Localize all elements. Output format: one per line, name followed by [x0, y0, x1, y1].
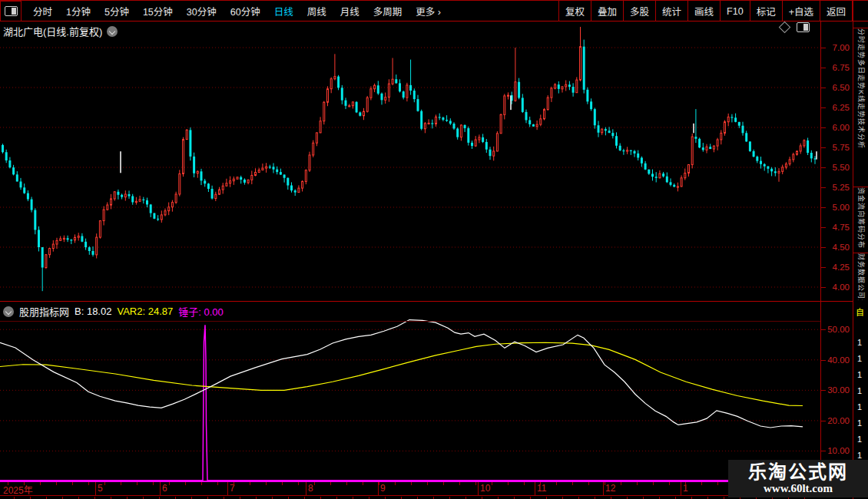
period-tab-多周期[interactable]: 多周期 — [366, 4, 409, 18]
strip-list-item[interactable]: 1 — [857, 418, 862, 428]
price-label-5.00: 5.00 — [833, 202, 850, 213]
strip-section-2[interactable]: 财务数据公司资讯 — [853, 253, 868, 300]
minor-tick — [395, 482, 396, 485]
minor-tick — [330, 482, 331, 485]
minor-tick — [701, 482, 702, 485]
period-tab-5分钟[interactable]: 5分钟 — [98, 4, 136, 18]
month-label-8: 8 — [308, 483, 313, 494]
minor-tick — [572, 482, 573, 485]
indicator-chevron-down-icon[interactable] — [3, 306, 14, 317]
top-toolbar: 分时1分钟5分钟15分钟30分钟60分钟日线周线月线多周期更多 › 复权叠加多股… — [0, 0, 868, 21]
period-tab-15分钟[interactable]: 15分钟 — [136, 4, 180, 18]
period-tab-分时[interactable]: 分时 — [26, 4, 59, 18]
action-复权[interactable]: 复权 — [558, 1, 591, 21]
minor-tick — [621, 482, 621, 485]
minor-tick — [40, 482, 41, 485]
period-tab-60分钟[interactable]: 60分钟 — [224, 4, 267, 18]
strip-list-item[interactable]: 1 — [857, 370, 862, 379]
chart-title-row: 湖北广电(日线.前复权) — [3, 24, 118, 38]
minor-tick — [201, 482, 202, 485]
ind-label-40.00: 40.00 — [827, 355, 850, 365]
strip-list-item[interactable]: 1 — [857, 402, 862, 411]
indicator-value-B: B: 18.02 — [75, 306, 111, 317]
price-label-5.50: 5.50 — [833, 162, 850, 173]
minor-tick — [56, 482, 57, 485]
minor-tick — [88, 482, 89, 485]
chart-corner-icons — [780, 22, 810, 32]
minor-tick — [508, 482, 509, 485]
price-label-6.50: 6.50 — [833, 82, 850, 93]
action-画线[interactable]: 画线 — [687, 1, 720, 21]
period-tab-周线[interactable]: 周线 — [300, 4, 333, 18]
minor-tick — [346, 482, 347, 485]
month-label-12: 12 — [605, 483, 615, 494]
action-+自选[interactable]: +自选 — [782, 1, 820, 21]
price-label-5.75: 5.75 — [833, 142, 850, 153]
ind-tick — [821, 360, 826, 361]
month-separator — [681, 482, 681, 495]
action-返回[interactable]: 返回 — [820, 1, 853, 21]
minor-tick — [363, 482, 363, 485]
split-panel-icon — [5, 6, 18, 16]
strip-section-0[interactable]: 分时走势多日走势K线走势技术分析 — [853, 28, 868, 187]
price-tick — [821, 88, 826, 88]
minor-tick — [8, 482, 8, 485]
strip-section-text: 财务数据公司资讯 — [856, 253, 866, 300]
price-label-6.00: 6.00 — [833, 122, 850, 133]
minor-tick — [653, 482, 654, 485]
month-separator — [478, 482, 479, 495]
period-tab-1分钟[interactable]: 1分钟 — [59, 4, 98, 18]
action-统计[interactable]: 统计 — [655, 1, 687, 21]
price-label-4.50: 4.50 — [833, 242, 850, 253]
minor-tick — [588, 482, 589, 485]
price-axis: 7.006.756.506.256.005.755.505.255.004.75… — [821, 21, 853, 301]
minor-tick — [153, 482, 154, 485]
diamond-marker-icon[interactable] — [779, 21, 791, 34]
strip-list-item[interactable]: 1 — [857, 354, 862, 363]
price-label-6.75: 6.75 — [833, 62, 850, 73]
action-F10[interactable]: F10 — [720, 1, 750, 21]
price-label-4.25: 4.25 — [833, 262, 850, 273]
indicator-header: 股朋指标网 B: 18.02VAR2: 24.87锤子: 0.00 — [3, 304, 224, 319]
watermark-url: www.60lt.com — [764, 482, 833, 495]
layout-toggle-button[interactable] — [0, 1, 22, 21]
minor-tick — [250, 482, 250, 485]
minor-tick — [217, 482, 218, 485]
minor-tick — [298, 482, 299, 485]
strip-tab-label[interactable]: 自 — [856, 306, 864, 318]
plot-right-border — [820, 21, 821, 496]
minor-tick — [411, 482, 412, 485]
period-tab-30分钟[interactable]: 30分钟 — [180, 4, 224, 18]
indicator-value-VAR2: VAR2: 24.87 — [117, 306, 173, 317]
period-tabs: 分时1分钟5分钟15分钟30分钟60分钟日线周线月线多周期更多 › — [26, 1, 448, 21]
minor-tick — [266, 482, 267, 485]
price-label-4.75: 4.75 — [833, 222, 850, 233]
month-label-9: 9 — [380, 483, 386, 494]
period-tab-更多 ›[interactable]: 更多 › — [409, 4, 448, 18]
month-separator — [160, 482, 161, 495]
price-tick — [821, 207, 826, 208]
period-tab-月线[interactable]: 月线 — [333, 4, 366, 18]
indicator-chart-canvas[interactable] — [0, 317, 820, 482]
action-标记[interactable]: 标记 — [750, 1, 782, 21]
minor-tick — [475, 482, 476, 485]
strip-section-1[interactable]: 资金流向筹码分布 — [853, 187, 868, 253]
strip-list-item[interactable]: 1 — [857, 435, 862, 444]
strip-list-item[interactable]: 1 — [857, 386, 862, 395]
price-label-4.00: 4.00 — [833, 282, 850, 292]
minor-tick — [685, 482, 686, 485]
action-多股[interactable]: 多股 — [623, 1, 655, 21]
title-chevron-down-icon[interactable] — [107, 26, 118, 37]
candlestick-chart-canvas[interactable] — [0, 21, 820, 302]
ind-label-10.00: 10.00 — [827, 445, 850, 456]
period-tab-日线[interactable]: 日线 — [267, 4, 300, 18]
minor-tick — [24, 482, 25, 485]
minor-tick — [137, 482, 137, 485]
ind-tick — [821, 451, 826, 451]
strip-list-item[interactable]: 1 — [857, 338, 862, 347]
minor-tick — [427, 482, 428, 485]
strip-list-item[interactable]: 1 — [857, 451, 862, 460]
action-叠加[interactable]: 叠加 — [591, 1, 623, 21]
panel-layout-icon[interactable] — [797, 22, 810, 32]
minor-tick — [540, 482, 541, 485]
